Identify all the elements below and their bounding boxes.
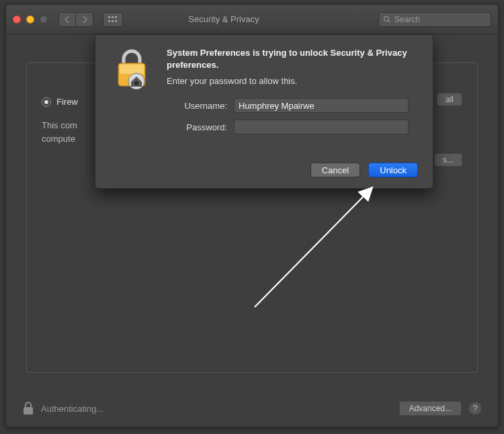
svg-rect-8 [24,407,33,415]
svg-rect-10 [120,64,144,74]
help-button[interactable]: ? [468,402,482,415]
back-button[interactable] [58,12,76,27]
username-label: Username: [167,101,227,111]
auth-form: Username: Password: [167,98,418,134]
search-icon [383,15,391,24]
background-button-2[interactable]: s... [434,153,462,167]
preferences-window: Security & Privacy Search Firew This com… [5,4,499,427]
padlock-icon [110,47,153,90]
window-title: Security & Privacy [75,14,373,24]
zoom-window-button[interactable] [40,15,48,24]
background-button-1[interactable]: all [437,93,462,106]
lock-icon[interactable] [22,401,34,416]
svg-line-7 [388,20,390,22]
auth-dialog: System Preferences is trying to unlock S… [95,34,433,189]
password-field[interactable] [234,120,409,134]
unlock-button[interactable]: Unlock [368,163,418,177]
titlebar: Security & Privacy Search [6,5,498,34]
username-field[interactable] [234,98,409,113]
auth-status-text: Authenticating... [41,404,103,414]
firewall-tab-label: Firew [56,97,78,107]
footer: Authenticating... Advanced... ? [22,401,482,416]
dialog-subheading: Enter your password to allow this. [167,76,418,86]
chevron-left-icon [65,16,70,23]
dialog-icon [110,47,153,177]
minimize-window-button[interactable] [26,15,34,24]
close-window-button[interactable] [13,15,21,24]
svg-point-6 [384,16,389,21]
window-controls [13,15,48,24]
cancel-button[interactable]: Cancel [310,163,360,177]
svg-point-12 [134,81,138,85]
advanced-button[interactable]: Advanced... [399,401,462,416]
dialog-buttons: Cancel Unlock [167,153,418,177]
radio-icon [42,97,51,107]
search-placeholder: Search [394,15,420,24]
password-label: Password: [167,122,227,132]
search-field[interactable]: Search [378,12,491,27]
dialog-heading: System Preferences is trying to unlock S… [167,47,418,71]
